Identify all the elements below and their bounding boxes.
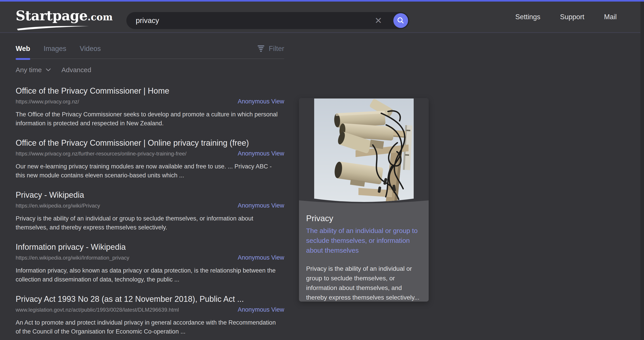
result-title-link[interactable]: Privacy - Wikipedia bbox=[16, 190, 84, 200]
advanced-search-link[interactable]: Advanced bbox=[62, 66, 91, 74]
knowledge-panel-subtitle[interactable]: The ability of an individual or group to… bbox=[306, 226, 422, 255]
result-snippet: The Office of the Privacy Commissioner s… bbox=[16, 110, 280, 128]
result-url: https://www.privacy.org.nz/further-resou… bbox=[16, 151, 186, 157]
result-title-link[interactable]: Information privacy - Wikipedia bbox=[16, 242, 126, 252]
result-url: www.legislation.govt.nz/act/public/1993/… bbox=[16, 307, 179, 313]
knowledge-panel-description: Privacy is the ability of an individual … bbox=[306, 264, 422, 302]
result-snippet: An Act to promote and protect individual… bbox=[16, 318, 280, 336]
search-bar: ✕ bbox=[126, 12, 409, 29]
knowledge-panel-content: Privacy The ability of an individual or … bbox=[299, 205, 429, 302]
header: Startpage.com ✕ Settings Support Mail bbox=[0, 1, 644, 33]
startpage-logo[interactable]: Startpage.com bbox=[16, 8, 113, 23]
nav-link-support[interactable]: Support bbox=[560, 13, 584, 21]
search-input[interactable] bbox=[126, 12, 368, 29]
tab-web[interactable]: Web bbox=[16, 45, 30, 53]
tab-images[interactable]: Images bbox=[44, 45, 66, 53]
tabs-row: Web Images Videos Filter bbox=[16, 45, 284, 59]
nav-link-mail[interactable]: Mail bbox=[604, 13, 617, 21]
result-url: https://en.wikipedia.org/wiki/Informatio… bbox=[16, 255, 129, 261]
anonymous-view-link[interactable]: Anonymous View bbox=[238, 202, 284, 209]
time-range-label: Any time bbox=[16, 66, 42, 74]
result-meta: https://en.wikipedia.org/wiki/Privacy An… bbox=[16, 202, 284, 209]
result-snippet: Privacy is the ability of an individual … bbox=[16, 214, 280, 232]
filter-funnel-icon bbox=[257, 45, 265, 52]
result-meta: https://www.privacy.org.nz/further-resou… bbox=[16, 150, 284, 157]
filter-label: Filter bbox=[269, 45, 284, 53]
description-text: Privacy is the ability of an individual … bbox=[306, 265, 420, 301]
top-accent-bar bbox=[0, 0, 644, 1]
logo-text: Startpage bbox=[16, 8, 88, 23]
result-title-link[interactable]: Privacy Act 1993 No 28 (as at 12 Novembe… bbox=[16, 295, 244, 304]
time-range-dropdown[interactable]: Any time bbox=[16, 66, 51, 74]
result-meta: www.legislation.govt.nz/act/public/1993/… bbox=[16, 306, 284, 313]
anonymous-view-link[interactable]: Anonymous View bbox=[238, 306, 284, 313]
knowledge-panel-title: Privacy bbox=[306, 214, 422, 223]
time-filter-row: Any time Advanced bbox=[16, 66, 284, 74]
result-url: https://www.privacy.org.nz/ bbox=[16, 98, 79, 105]
result-item: Office of the Privacy Commissioner | Hom… bbox=[16, 86, 284, 128]
logo-underline-swoosh bbox=[16, 24, 90, 31]
tab-videos[interactable]: Videos bbox=[80, 45, 101, 53]
magnifier-icon bbox=[397, 17, 404, 24]
result-item: Office of the Privacy Commissioner | Onl… bbox=[16, 138, 284, 180]
result-item: Privacy Act 1993 No 28 (as at 12 Novembe… bbox=[16, 294, 284, 336]
chevron-down-icon bbox=[46, 68, 51, 71]
scrollbar[interactable] bbox=[640, 1, 644, 340]
filter-button[interactable]: Filter bbox=[257, 45, 284, 53]
result-meta: https://en.wikipedia.org/wiki/Informatio… bbox=[16, 254, 284, 261]
nav-link-settings[interactable]: Settings bbox=[516, 13, 540, 21]
search-results-page: Web Images Videos Filter Any time bbox=[0, 45, 644, 336]
anonymous-view-link[interactable]: Anonymous View bbox=[238, 98, 284, 105]
result-url: https://en.wikipedia.org/wiki/Privacy bbox=[16, 203, 100, 209]
result-meta: https://www.privacy.org.nz/ Anonymous Vi… bbox=[16, 98, 284, 105]
panel-curve-divider bbox=[299, 199, 429, 205]
result-snippet: Our new e-learning privacy training modu… bbox=[16, 162, 280, 180]
knowledge-panel-body: Privacy The ability of an individual or … bbox=[299, 199, 429, 302]
clear-search-button[interactable]: ✕ bbox=[372, 12, 385, 29]
knowledge-panel: Privacy The ability of an individual or … bbox=[299, 98, 429, 302]
header-nav: Settings Support Mail bbox=[516, 1, 617, 32]
logo-tld-text: .com bbox=[88, 11, 113, 22]
cctv-cameras-image[interactable] bbox=[314, 98, 414, 202]
result-title-link[interactable]: Office of the Privacy Commissioner | Hom… bbox=[16, 86, 169, 95]
results-column: Web Images Videos Filter Any time bbox=[16, 45, 284, 336]
anonymous-view-link[interactable]: Anonymous View bbox=[238, 150, 284, 157]
result-item: Information privacy - Wikipedia https://… bbox=[16, 242, 284, 284]
result-item: Privacy - Wikipedia https://en.wikipedia… bbox=[16, 190, 284, 232]
result-title-link[interactable]: Office of the Privacy Commissioner | Onl… bbox=[16, 138, 249, 147]
search-submit-button[interactable] bbox=[393, 13, 408, 28]
anonymous-view-link[interactable]: Anonymous View bbox=[238, 254, 284, 261]
results-list: Office of the Privacy Commissioner | Hom… bbox=[16, 86, 284, 336]
search-category-tabs: Web Images Videos bbox=[16, 45, 101, 53]
result-snippet: Information privacy, also known as data … bbox=[16, 266, 280, 284]
